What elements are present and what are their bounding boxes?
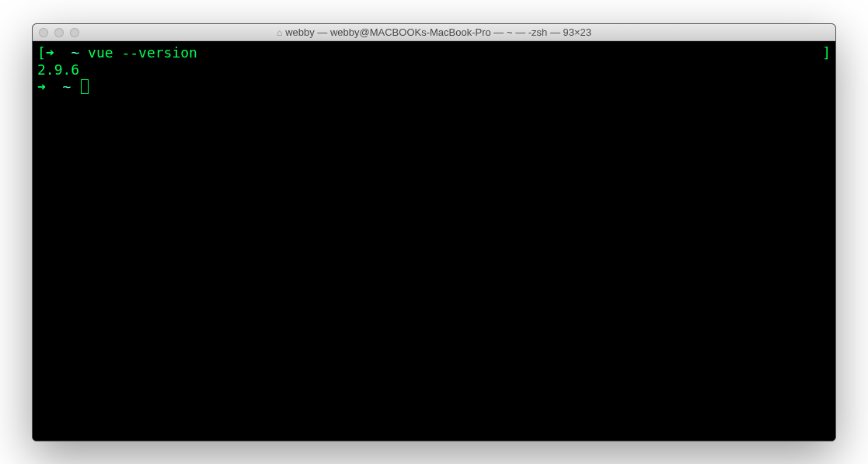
prompt-arrow-icon: ➜ [37, 78, 46, 96]
command-text: vue --version [88, 44, 197, 61]
minimize-button[interactable] [54, 28, 64, 37]
terminal-line-2: 2.9.6 [37, 61, 831, 78]
cursor [81, 79, 89, 94]
traffic-lights [39, 28, 79, 37]
terminal-body[interactable]: [➜ ~ vue --version ] 2.9.6 ➜ ~ [33, 41, 835, 441]
window-title: ⌂ webby — webby@MACBOOKs-MacBook-Pro — ~… [39, 26, 829, 38]
terminal-line-3: ➜ ~ [37, 78, 831, 96]
terminal-line-1: [➜ ~ vue --version [37, 44, 831, 61]
home-icon: ⌂ [277, 27, 282, 38]
prompt-arrow-icon: ➜ [46, 44, 54, 61]
close-bracket: ] [822, 44, 831, 61]
prompt-tilde: ~ [71, 44, 79, 61]
terminal-window: ⌂ webby — webby@MACBOOKs-MacBook-Pro — ~… [32, 23, 836, 441]
prompt-tilde: ~ [63, 78, 71, 96]
open-bracket: [ [37, 44, 46, 61]
titlebar[interactable]: ⌂ webby — webby@MACBOOKs-MacBook-Pro — ~… [33, 24, 835, 41]
command-output: 2.9.6 [37, 61, 79, 78]
window-title-text: webby — webby@MACBOOKs-MacBook-Pro — ~ —… [285, 26, 591, 38]
zoom-button[interactable] [70, 28, 79, 37]
close-button[interactable] [39, 28, 48, 37]
